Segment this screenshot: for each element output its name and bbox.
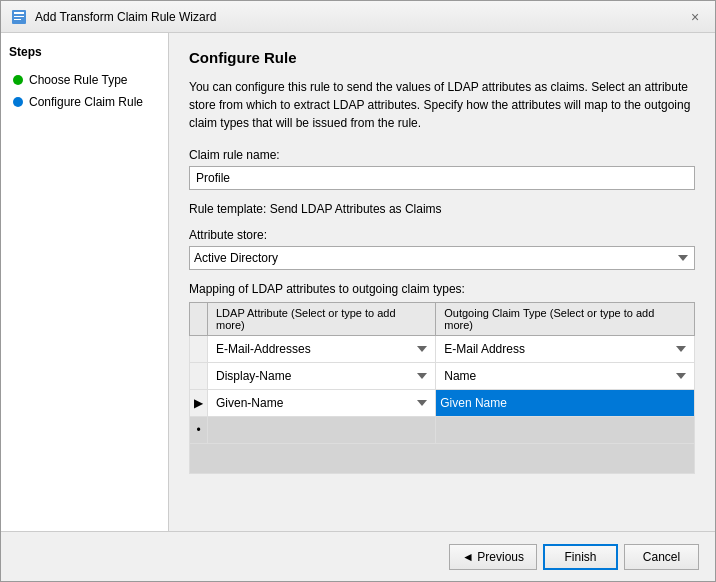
description-text: You can configure this rule to send the …	[189, 78, 695, 132]
svg-rect-3	[14, 19, 21, 20]
table-row: ▶ Given-Name Given Name	[190, 390, 695, 417]
ldap-select-2[interactable]: Display-Name	[212, 365, 431, 387]
close-button[interactable]: ×	[685, 7, 705, 27]
mapping-table: LDAP Attribute (Select or type to add mo…	[189, 302, 695, 474]
row-ldap-4[interactable]	[208, 417, 436, 444]
sidebar-item-choose-rule-type[interactable]: Choose Rule Type	[9, 71, 160, 89]
col-claim-header: Outgoing Claim Type (Select or type to a…	[436, 303, 695, 336]
finish-button[interactable]: Finish	[543, 544, 618, 570]
claim-select-1[interactable]: E-Mail Address	[440, 338, 690, 360]
window-title: Add Transform Claim Rule Wizard	[35, 10, 216, 24]
previous-button[interactable]: ◄ Previous	[449, 544, 537, 570]
table-row: •	[190, 417, 695, 444]
table-row: E-Mail-Addresses E-Mail Address	[190, 336, 695, 363]
claim-select-2[interactable]: Name	[440, 365, 690, 387]
row-prefix-2	[190, 363, 208, 390]
svg-rect-1	[14, 12, 24, 14]
attribute-store-label: Attribute store:	[189, 228, 695, 242]
claim-rule-name-group: Claim rule name:	[189, 148, 695, 190]
row-ldap-3[interactable]: Given-Name	[208, 390, 436, 417]
wizard-icon	[11, 9, 27, 25]
row-claim-4[interactable]	[436, 417, 695, 444]
attribute-store-group: Attribute store: Active Directory	[189, 228, 695, 270]
main-panel: Configure Rule You can configure this ru…	[169, 33, 715, 531]
claim-select-3[interactable]: Given Name	[436, 392, 694, 414]
sidebar: Steps Choose Rule Type Configure Claim R…	[1, 33, 169, 531]
claim-rule-name-input[interactable]	[189, 166, 695, 190]
step-complete-icon	[13, 75, 23, 85]
ldap-select-4[interactable]	[212, 419, 431, 441]
row-claim-1[interactable]: E-Mail Address	[436, 336, 695, 363]
rule-template-text: Rule template: Send LDAP Attributes as C…	[189, 202, 695, 216]
table-row: Display-Name Name	[190, 363, 695, 390]
sidebar-item-label: Configure Claim Rule	[29, 95, 143, 109]
row-claim-3-selected[interactable]: Given Name	[436, 390, 695, 417]
mapping-group: Mapping of LDAP attributes to outgoing c…	[189, 282, 695, 474]
row-claim-2[interactable]: Name	[436, 363, 695, 390]
title-bar: Add Transform Claim Rule Wizard ×	[1, 1, 715, 33]
page-title: Configure Rule	[189, 49, 695, 66]
row-ldap-1[interactable]: E-Mail-Addresses	[208, 336, 436, 363]
footer: ◄ Previous Finish Cancel	[1, 531, 715, 581]
ldap-select-3[interactable]: Given-Name	[212, 392, 431, 414]
row-ldap-2[interactable]: Display-Name	[208, 363, 436, 390]
col-prefix-header	[190, 303, 208, 336]
row-prefix-1	[190, 336, 208, 363]
step-active-icon	[13, 97, 23, 107]
row-prefix-3: ▶	[190, 390, 208, 417]
cancel-button[interactable]: Cancel	[624, 544, 699, 570]
svg-rect-2	[14, 16, 24, 17]
main-window: Add Transform Claim Rule Wizard × Steps …	[0, 0, 716, 582]
col-ldap-header: LDAP Attribute (Select or type to add mo…	[208, 303, 436, 336]
content-area: Steps Choose Rule Type Configure Claim R…	[1, 33, 715, 531]
ldap-select-1[interactable]: E-Mail-Addresses	[212, 338, 431, 360]
attribute-store-select[interactable]: Active Directory	[189, 246, 695, 270]
table-row-empty	[190, 444, 695, 474]
claim-rule-name-label: Claim rule name:	[189, 148, 695, 162]
sidebar-item-label: Choose Rule Type	[29, 73, 128, 87]
mapping-label: Mapping of LDAP attributes to outgoing c…	[189, 282, 695, 296]
title-bar-left: Add Transform Claim Rule Wizard	[11, 9, 216, 25]
row-prefix-4: •	[190, 417, 208, 444]
claim-select-4[interactable]	[440, 419, 690, 441]
sidebar-item-configure-claim-rule[interactable]: Configure Claim Rule	[9, 93, 160, 111]
sidebar-heading: Steps	[9, 45, 160, 59]
attribute-store-wrapper: Active Directory	[189, 246, 695, 270]
